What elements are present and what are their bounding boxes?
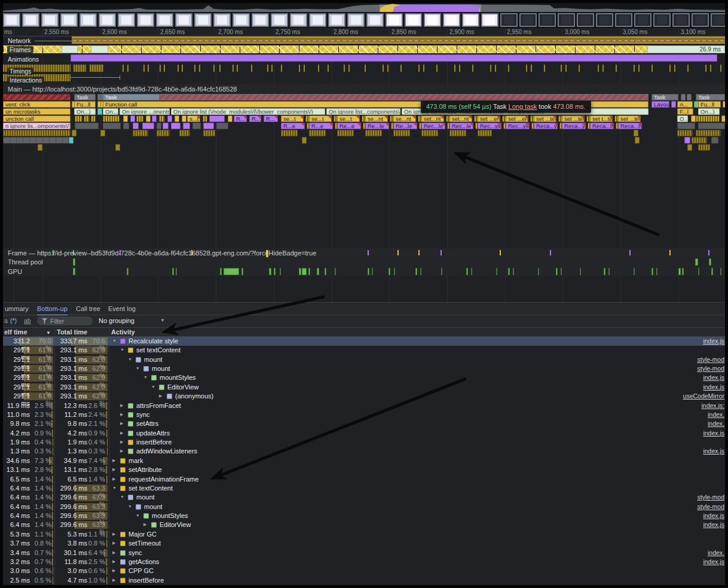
expand-icon[interactable]: ▶ <box>120 421 123 426</box>
flame-bar[interactable]: Reca...yle <box>534 123 558 129</box>
table-row[interactable]: 6.4 ms1.4 %299.6 ms63.3 %▼set textConten… <box>3 484 725 493</box>
flame-bar[interactable] <box>677 130 693 136</box>
flame-bar[interactable] <box>75 115 82 122</box>
table-row[interactable]: 291.1 ms61.6 %293.1 ms62.0 %▼EditorViewi… <box>3 383 725 392</box>
flame-bar[interactable] <box>123 123 129 129</box>
flame-bar[interactable] <box>711 137 718 144</box>
long-task-link[interactable]: Long task <box>509 103 537 110</box>
flame-bar[interactable] <box>115 144 120 151</box>
flame-bar[interactable]: Rec...le <box>449 123 473 129</box>
track-label-timings[interactable]: Timings <box>7 68 33 75</box>
source-link[interactable]: index.js <box>703 558 724 565</box>
source-link[interactable]: index.js <box>703 374 724 381</box>
flame-bar[interactable]: Re...le <box>393 123 417 129</box>
flame-bar[interactable] <box>209 115 225 122</box>
flame-bar[interactable]: Task <box>696 94 725 100</box>
table-row[interactable]: 3.0 ms0.6 %3.0 ms0.6 %▶CPP GC <box>3 566 725 575</box>
table-row[interactable]: 4.2 ms0.9 %4.2 ms0.9 %▶updateAttrsindex.… <box>3 429 725 438</box>
flame-bar[interactable] <box>449 130 466 136</box>
collapse-icon[interactable]: ▼ <box>120 495 124 499</box>
flame-bar[interactable]: set ...tent <box>534 115 556 122</box>
flame-bar[interactable] <box>72 130 77 136</box>
flame-bar[interactable]: On...) <box>698 108 720 115</box>
track-label-animations[interactable]: Animations <box>8 56 39 63</box>
filmstrip-thumbnail[interactable] <box>252 13 269 27</box>
source-link[interactable]: style-mod <box>697 503 724 510</box>
filmstrip-thumbnail[interactable] <box>99 13 116 27</box>
flame-bar[interactable] <box>3 94 71 100</box>
flame-bar[interactable] <box>175 115 179 122</box>
activity-name[interactable]: sync <box>129 549 142 556</box>
collapse-icon[interactable]: ▼ <box>136 513 140 517</box>
filmstrip-thumbnail[interactable] <box>653 13 671 27</box>
filmstrip-thumbnail[interactable] <box>328 13 345 27</box>
flame-bar[interactable] <box>183 123 190 129</box>
gpu-track[interactable] <box>3 266 725 276</box>
filmstrip-thumbnail[interactable] <box>137 13 154 27</box>
source-link[interactable]: index.js <box>703 447 724 455</box>
filmstrip-thumbnail[interactable] <box>233 13 250 27</box>
flame-bar[interactable]: Reca...ty <box>618 123 642 129</box>
flame-bar[interactable] <box>671 101 676 108</box>
activity-name[interactable]: getActions <box>129 558 159 565</box>
filmstrip-thumbnail[interactable] <box>424 13 441 27</box>
table-row[interactable]: 3.2 ms0.7 %11.8 ms2.5 %▶getActionsindex.… <box>3 557 725 566</box>
flame-bar[interactable]: se...nt <box>365 115 388 122</box>
column-total-time[interactable]: Total time <box>57 328 87 336</box>
source-link[interactable]: index. <box>708 411 724 418</box>
flame-bar[interactable]: Fu...ll <box>698 101 721 108</box>
flame-bar[interactable] <box>159 115 165 122</box>
activity-name[interactable]: set textContent <box>136 346 181 354</box>
flame-bar[interactable] <box>634 130 638 136</box>
activity-name[interactable]: EditorView <box>167 383 198 391</box>
filmstrip-thumbnail[interactable] <box>213 13 231 27</box>
flame-bar[interactable]: set ...ent <box>478 115 500 122</box>
flame-bar[interactable]: set t...tent <box>590 115 613 122</box>
table-row[interactable]: 6.4 ms1.4 %299.6 ms63.3 %▼mountstyle-mod <box>3 493 725 502</box>
flame-bar[interactable]: R... <box>249 115 261 122</box>
flame-bar[interactable] <box>100 130 105 136</box>
expand-icon[interactable]: ▶ <box>159 394 162 398</box>
activity-name[interactable]: addWindowListeners <box>136 447 197 455</box>
flame-bar[interactable] <box>281 130 298 136</box>
flame-bar[interactable] <box>192 123 201 129</box>
flame-bar[interactable] <box>167 115 172 122</box>
flame-bar[interactable]: Task <box>74 94 96 100</box>
flame-bar[interactable]: R...e <box>281 123 305 129</box>
activity-name[interactable]: setAttribute <box>129 466 162 473</box>
flame-bar[interactable] <box>130 115 135 122</box>
flame-bar[interactable] <box>103 123 121 129</box>
collapse-icon[interactable]: ▼ <box>112 486 117 490</box>
collapse-icon[interactable]: ▼ <box>128 357 132 361</box>
flame-bar[interactable] <box>75 123 99 129</box>
activity-name[interactable]: mount <box>152 365 170 372</box>
flame-bar[interactable] <box>337 130 354 136</box>
source-link[interactable]: style-mod <box>697 356 724 363</box>
activity-name[interactable]: mount <box>144 356 163 363</box>
grouping-select[interactable]: No grouping <box>99 317 134 324</box>
animations-bar[interactable] <box>71 54 717 62</box>
activity-name[interactable]: mount <box>136 493 155 501</box>
flame-bar[interactable]: Fu...ll <box>74 101 96 108</box>
flame-bar[interactable]: se...t <box>281 115 304 122</box>
table-row[interactable]: 3.4 ms0.7 %30.1 ms6.4 %▶syncindex. <box>3 549 725 557</box>
filmstrip-thumbnail[interactable] <box>615 13 632 27</box>
activity-name[interactable]: (anonymous) <box>175 392 213 400</box>
flame-bar[interactable] <box>687 94 692 100</box>
flame-bar[interactable] <box>635 137 640 144</box>
filmstrip-thumbnail[interactable] <box>41 13 59 27</box>
activity-name[interactable]: mark <box>129 457 143 464</box>
activity-name[interactable]: Major GC <box>129 531 157 538</box>
flame-bar[interactable] <box>136 115 143 122</box>
flame-bar[interactable] <box>721 115 725 122</box>
flame-bar[interactable] <box>393 130 410 136</box>
filmstrip-thumbnail[interactable] <box>366 13 384 27</box>
flame-bar[interactable] <box>681 94 686 100</box>
filmstrip-thumbnail[interactable] <box>156 13 173 27</box>
activity-name[interactable]: insertBefore <box>136 438 172 446</box>
flame-bar[interactable]: set...nt <box>421 115 444 122</box>
expand-icon[interactable]: ▶ <box>112 477 115 482</box>
flame-bar[interactable]: On ignore list...components\/) <box>326 108 400 115</box>
collapse-icon[interactable]: ▼ <box>136 366 140 370</box>
flame-bar[interactable] <box>696 130 721 136</box>
